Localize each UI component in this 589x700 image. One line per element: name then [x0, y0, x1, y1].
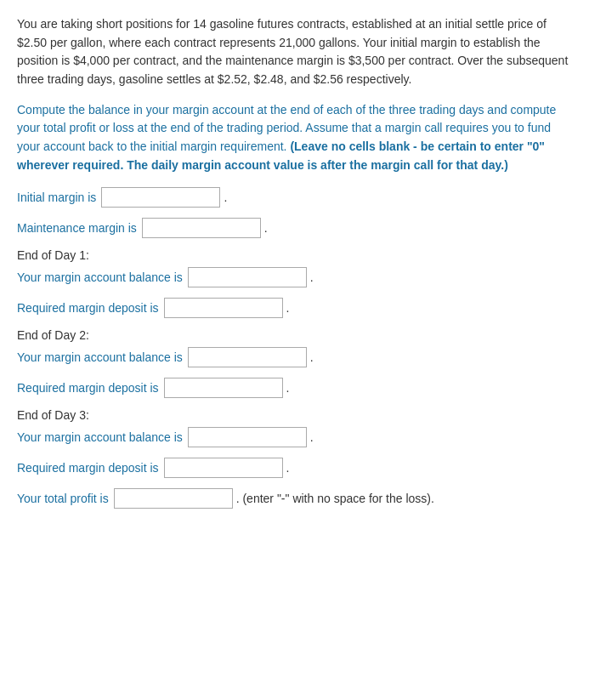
day1-deposit-label: Required margin deposit is [17, 301, 159, 315]
day2-deposit-row: Required margin deposit is . [17, 378, 572, 398]
day2-header: End of Day 2: [17, 328, 572, 342]
day1-deposit-suffix: . [286, 301, 290, 315]
initial-margin-label: Initial margin is [17, 191, 96, 204]
day2-balance-row: Your margin account balance is . [17, 347, 572, 367]
day3-balance-input[interactable] [188, 427, 307, 447]
day3-balance-suffix: . [310, 430, 314, 444]
day3-deposit-label: Required margin deposit is [17, 461, 159, 475]
total-profit-input[interactable] [114, 488, 233, 509]
total-profit-suffix: . (enter "-" with no space for the loss)… [236, 492, 434, 505]
day2-balance-input[interactable] [188, 347, 307, 367]
day3-deposit-suffix: . [286, 461, 290, 475]
day1-deposit-row: Required margin deposit is . [17, 298, 572, 318]
total-profit-label: Your total profit is [17, 492, 109, 505]
day1-balance-input[interactable] [188, 267, 307, 287]
initial-margin-suffix: . [224, 191, 227, 204]
intro-paragraph: You are taking short positions for 14 ga… [17, 15, 572, 89]
initial-margin-row: Initial margin is . [17, 187, 572, 208]
day3-deposit-input[interactable] [164, 458, 283, 478]
day2-deposit-suffix: . [286, 381, 290, 395]
day2-deposit-label: Required margin deposit is [17, 381, 159, 395]
day3-balance-label: Your margin account balance is [17, 430, 183, 444]
day1-balance-suffix: . [310, 270, 314, 284]
maintenance-margin-input[interactable] [142, 218, 261, 238]
day1-deposit-input[interactable] [164, 298, 283, 318]
day3-header: End of Day 3: [17, 408, 572, 422]
day2-deposit-input[interactable] [164, 378, 283, 398]
maintenance-margin-suffix: . [264, 221, 268, 235]
day3-balance-row: Your margin account balance is . [17, 427, 572, 447]
maintenance-margin-label: Maintenance margin is [17, 221, 137, 235]
day1-balance-row: Your margin account balance is . [17, 267, 572, 287]
day1-balance-label: Your margin account balance is [17, 270, 183, 284]
instructions-paragraph: Compute the balance in your margin accou… [17, 101, 572, 175]
initial-margin-input[interactable] [101, 187, 220, 208]
day2-balance-label: Your margin account balance is [17, 350, 183, 364]
total-profit-row: Your total profit is . (enter "-" with n… [17, 488, 572, 509]
day1-header: End of Day 1: [17, 248, 572, 262]
day3-deposit-row: Required margin deposit is . [17, 458, 572, 478]
maintenance-margin-row: Maintenance margin is . [17, 218, 572, 238]
day2-balance-suffix: . [310, 350, 314, 364]
